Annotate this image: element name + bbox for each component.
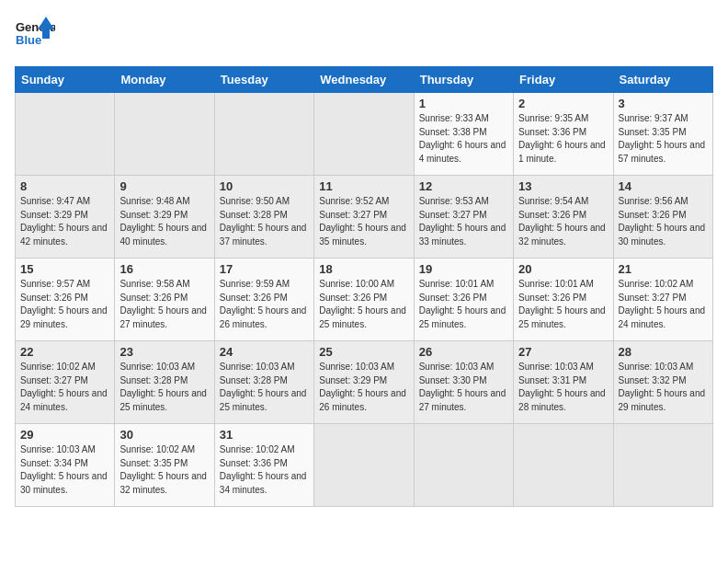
calendar-cell: 24Sunrise: 10:03 AMSunset: 3:28 PMDaylig…: [214, 341, 313, 424]
day-info: Sunrise: 9:48 AMSunset: 3:29 PMDaylight:…: [119, 195, 209, 248]
calendar-cell: 11Sunrise: 9:52 AMSunset: 3:27 PMDayligh…: [314, 176, 414, 259]
calendar-cell: 15Sunrise: 9:57 AMSunset: 3:26 PMDayligh…: [16, 259, 115, 341]
day-number: 26: [419, 345, 508, 359]
page-header: General Blue: [15, 15, 713, 55]
day-info: Sunrise: 10:00 AMSunset: 3:26 PMDaylight…: [319, 278, 408, 331]
day-info: Sunrise: 10:03 AMSunset: 3:30 PMDaylight…: [419, 361, 508, 414]
day-info: Sunrise: 9:57 AMSunset: 3:26 PMDaylight:…: [20, 278, 109, 331]
col-header-friday: Friday: [514, 67, 613, 93]
calendar-cell: 13Sunrise: 9:54 AMSunset: 3:26 PMDayligh…: [514, 176, 613, 259]
day-info: Sunrise: 9:54 AMSunset: 3:26 PMDaylight:…: [518, 195, 608, 248]
svg-text:Blue: Blue: [16, 33, 41, 47]
day-number: 2: [518, 97, 608, 110]
day-number: 14: [619, 179, 708, 193]
day-number: 17: [220, 262, 309, 276]
day-info: Sunrise: 10:02 AMSunset: 3:35 PMDaylight…: [119, 443, 209, 497]
calendar-cell: 23Sunrise: 10:03 AMSunset: 3:28 PMDaylig…: [115, 341, 214, 424]
calendar-cell: 27Sunrise: 10:03 AMSunset: 3:31 PMDaylig…: [514, 341, 613, 424]
day-number: 29: [20, 428, 109, 442]
day-number: 24: [220, 345, 309, 359]
day-number: 21: [619, 262, 708, 276]
calendar-cell: 19Sunrise: 10:01 AMSunset: 3:26 PMDaylig…: [414, 259, 513, 341]
day-number: 25: [319, 345, 408, 359]
day-info: Sunrise: 10:03 AMSunset: 3:32 PMDaylight…: [619, 361, 708, 414]
day-number: 8: [20, 179, 109, 193]
day-number: 22: [20, 345, 109, 359]
day-number: 11: [319, 179, 408, 193]
day-info: Sunrise: 10:01 AMSunset: 3:26 PMDaylight…: [419, 278, 508, 331]
day-info: Sunrise: 10:02 AMSunset: 3:27 PMDaylight…: [619, 278, 708, 331]
calendar-cell: [16, 93, 115, 176]
day-info: Sunrise: 9:35 AMSunset: 3:36 PMDaylight:…: [518, 112, 608, 166]
calendar-cell: [514, 424, 613, 507]
day-number: 3: [619, 97, 708, 110]
day-number: 20: [518, 262, 608, 276]
calendar-cell: 21Sunrise: 10:02 AMSunset: 3:27 PMDaylig…: [613, 259, 712, 341]
day-number: 19: [419, 262, 508, 276]
day-number: 31: [220, 428, 309, 442]
day-number: 1: [419, 97, 508, 110]
calendar-cell: 10Sunrise: 9:50 AMSunset: 3:28 PMDayligh…: [214, 176, 313, 259]
day-info: Sunrise: 10:01 AMSunset: 3:26 PMDaylight…: [518, 278, 608, 331]
day-info: Sunrise: 9:58 AMSunset: 3:26 PMDaylight:…: [119, 278, 209, 331]
col-header-thursday: Thursday: [414, 67, 513, 93]
day-number: 18: [319, 262, 408, 276]
calendar-cell: [115, 93, 214, 176]
calendar-cell: [314, 93, 414, 176]
logo-svg: General Blue: [15, 15, 55, 55]
day-number: 13: [518, 179, 608, 193]
day-info: Sunrise: 9:59 AMSunset: 3:26 PMDaylight:…: [220, 278, 309, 331]
day-info: Sunrise: 9:33 AMSunset: 3:38 PMDaylight:…: [419, 112, 508, 166]
calendar-cell: 22Sunrise: 10:02 AMSunset: 3:27 PMDaylig…: [16, 341, 115, 424]
day-number: 30: [119, 428, 209, 442]
day-number: 10: [220, 179, 309, 193]
calendar-cell: [314, 424, 414, 507]
calendar-cell: [613, 424, 712, 507]
calendar-cell: 2Sunrise: 9:35 AMSunset: 3:36 PMDaylight…: [514, 93, 613, 176]
calendar-cell: 18Sunrise: 10:00 AMSunset: 3:26 PMDaylig…: [314, 259, 414, 341]
day-info: Sunrise: 9:56 AMSunset: 3:26 PMDaylight:…: [619, 195, 708, 248]
calendar-cell: 17Sunrise: 9:59 AMSunset: 3:26 PMDayligh…: [214, 259, 313, 341]
day-number: 9: [119, 179, 209, 193]
day-info: Sunrise: 9:37 AMSunset: 3:35 PMDaylight:…: [619, 112, 708, 166]
calendar-table: SundayMondayTuesdayWednesdayThursdayFrid…: [15, 66, 713, 507]
calendar-cell: [414, 424, 513, 507]
day-number: 12: [419, 179, 508, 193]
day-info: Sunrise: 9:53 AMSunset: 3:27 PMDaylight:…: [419, 195, 508, 248]
col-header-sunday: Sunday: [16, 67, 115, 93]
col-header-saturday: Saturday: [613, 67, 712, 93]
day-info: Sunrise: 9:50 AMSunset: 3:28 PMDaylight:…: [220, 195, 309, 248]
calendar-cell: 31Sunrise: 10:02 AMSunset: 3:36 PMDaylig…: [214, 424, 313, 507]
calendar-cell: 12Sunrise: 9:53 AMSunset: 3:27 PMDayligh…: [414, 176, 513, 259]
calendar-cell: 3Sunrise: 9:37 AMSunset: 3:35 PMDaylight…: [613, 93, 712, 176]
day-number: 27: [518, 345, 608, 359]
calendar-cell: 26Sunrise: 10:03 AMSunset: 3:30 PMDaylig…: [414, 341, 513, 424]
calendar-cell: [214, 93, 313, 176]
day-number: 16: [119, 262, 209, 276]
day-info: Sunrise: 10:03 AMSunset: 3:29 PMDaylight…: [319, 361, 408, 414]
col-header-monday: Monday: [115, 67, 214, 93]
day-info: Sunrise: 10:03 AMSunset: 3:31 PMDaylight…: [518, 361, 608, 414]
calendar-cell: 16Sunrise: 9:58 AMSunset: 3:26 PMDayligh…: [115, 259, 214, 341]
col-header-tuesday: Tuesday: [214, 67, 313, 93]
day-info: Sunrise: 9:52 AMSunset: 3:27 PMDaylight:…: [319, 195, 408, 248]
calendar-cell: 1Sunrise: 9:33 AMSunset: 3:38 PMDaylight…: [414, 93, 513, 176]
logo: General Blue: [15, 15, 55, 55]
calendar-cell: 20Sunrise: 10:01 AMSunset: 3:26 PMDaylig…: [514, 259, 613, 341]
day-info: Sunrise: 9:47 AMSunset: 3:29 PMDaylight:…: [20, 195, 109, 248]
calendar-cell: 8Sunrise: 9:47 AMSunset: 3:29 PMDaylight…: [16, 176, 115, 259]
day-number: 28: [619, 345, 708, 359]
day-info: Sunrise: 10:03 AMSunset: 3:28 PMDaylight…: [220, 361, 309, 414]
day-info: Sunrise: 10:02 AMSunset: 3:27 PMDaylight…: [20, 361, 109, 414]
calendar-cell: 14Sunrise: 9:56 AMSunset: 3:26 PMDayligh…: [613, 176, 712, 259]
calendar-cell: 30Sunrise: 10:02 AMSunset: 3:35 PMDaylig…: [115, 424, 214, 507]
day-info: Sunrise: 10:03 AMSunset: 3:28 PMDaylight…: [119, 361, 209, 414]
calendar-cell: 9Sunrise: 9:48 AMSunset: 3:29 PMDaylight…: [115, 176, 214, 259]
day-number: 23: [119, 345, 209, 359]
calendar-cell: 28Sunrise: 10:03 AMSunset: 3:32 PMDaylig…: [613, 341, 712, 424]
day-number: 15: [20, 262, 109, 276]
calendar-cell: 29Sunrise: 10:03 AMSunset: 3:34 PMDaylig…: [16, 424, 115, 507]
calendar-cell: 25Sunrise: 10:03 AMSunset: 3:29 PMDaylig…: [314, 341, 414, 424]
day-info: Sunrise: 10:03 AMSunset: 3:34 PMDaylight…: [20, 443, 109, 497]
col-header-wednesday: Wednesday: [314, 67, 414, 93]
